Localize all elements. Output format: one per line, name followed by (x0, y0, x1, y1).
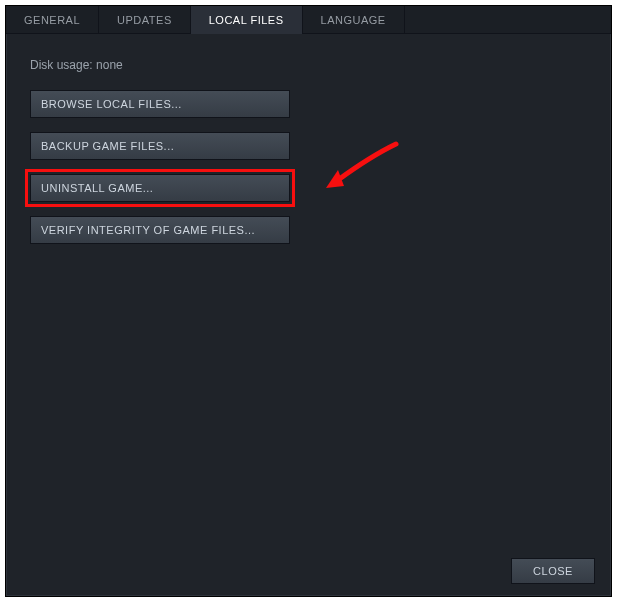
tab-updates[interactable]: UPDATES (99, 6, 191, 33)
dialog-footer: CLOSE (511, 558, 595, 584)
highlighted-action: UNINSTALL GAME... (30, 174, 290, 202)
tab-label: LOCAL FILES (209, 14, 284, 26)
tab-general[interactable]: GENERAL (6, 6, 99, 33)
tab-label: UPDATES (117, 14, 172, 26)
disk-usage-label: Disk usage: none (30, 58, 587, 72)
tab-content: Disk usage: none BROWSE LOCAL FILES... B… (6, 34, 611, 260)
tab-label: GENERAL (24, 14, 80, 26)
browse-local-files-button[interactable]: BROWSE LOCAL FILES... (30, 90, 290, 118)
properties-window: GENERAL UPDATES LOCAL FILES LANGUAGE Dis… (5, 5, 612, 597)
close-button[interactable]: CLOSE (511, 558, 595, 584)
backup-game-files-button[interactable]: BACKUP GAME FILES... (30, 132, 290, 160)
action-button-list: BROWSE LOCAL FILES... BACKUP GAME FILES.… (30, 90, 587, 244)
verify-integrity-button[interactable]: VERIFY INTEGRITY OF GAME FILES... (30, 216, 290, 244)
tab-language[interactable]: LANGUAGE (303, 6, 405, 33)
tab-label: LANGUAGE (321, 14, 386, 26)
uninstall-game-button[interactable]: UNINSTALL GAME... (30, 174, 290, 202)
tab-local-files[interactable]: LOCAL FILES (191, 6, 303, 33)
tab-bar: GENERAL UPDATES LOCAL FILES LANGUAGE (6, 6, 611, 34)
